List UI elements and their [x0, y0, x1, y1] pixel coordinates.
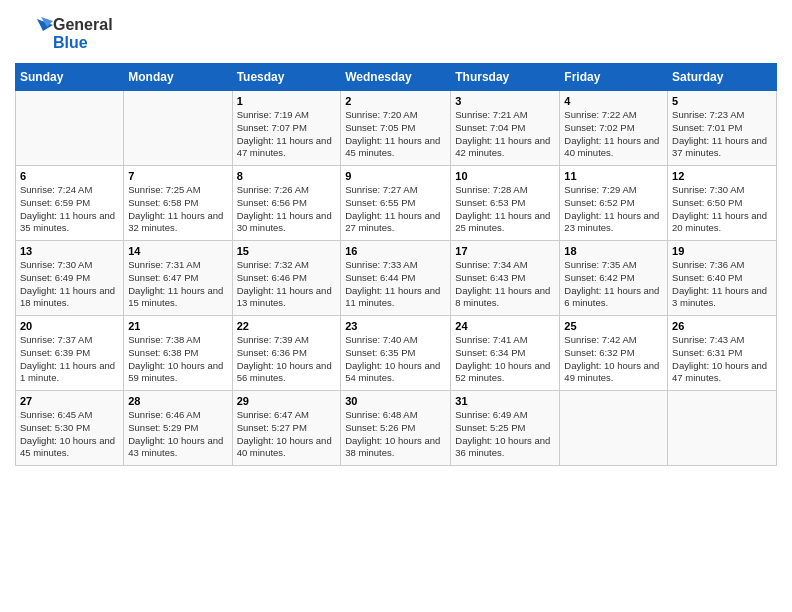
calendar-cell: 29Sunrise: 6:47 AM Sunset: 5:27 PM Dayli…	[232, 391, 341, 466]
calendar-cell: 4Sunrise: 7:22 AM Sunset: 7:02 PM Daylig…	[560, 91, 668, 166]
day-info: Sunrise: 7:20 AM Sunset: 7:05 PM Dayligh…	[345, 109, 446, 160]
day-info: Sunrise: 7:27 AM Sunset: 6:55 PM Dayligh…	[345, 184, 446, 235]
week-row-3: 13Sunrise: 7:30 AM Sunset: 6:49 PM Dayli…	[16, 241, 777, 316]
week-row-1: 1Sunrise: 7:19 AM Sunset: 7:07 PM Daylig…	[16, 91, 777, 166]
day-info: Sunrise: 7:26 AM Sunset: 6:56 PM Dayligh…	[237, 184, 337, 235]
calendar-cell: 5Sunrise: 7:23 AM Sunset: 7:01 PM Daylig…	[668, 91, 777, 166]
week-row-2: 6Sunrise: 7:24 AM Sunset: 6:59 PM Daylig…	[16, 166, 777, 241]
day-info: Sunrise: 7:28 AM Sunset: 6:53 PM Dayligh…	[455, 184, 555, 235]
logo: General Blue	[15, 15, 113, 53]
day-info: Sunrise: 7:37 AM Sunset: 6:39 PM Dayligh…	[20, 334, 119, 385]
day-info: Sunrise: 7:43 AM Sunset: 6:31 PM Dayligh…	[672, 334, 772, 385]
day-number: 13	[20, 245, 119, 257]
day-info: Sunrise: 7:23 AM Sunset: 7:01 PM Dayligh…	[672, 109, 772, 160]
day-info: Sunrise: 7:22 AM Sunset: 7:02 PM Dayligh…	[564, 109, 663, 160]
day-number: 15	[237, 245, 337, 257]
page-header: General Blue	[15, 15, 777, 53]
calendar-cell: 1Sunrise: 7:19 AM Sunset: 7:07 PM Daylig…	[232, 91, 341, 166]
day-info: Sunrise: 7:24 AM Sunset: 6:59 PM Dayligh…	[20, 184, 119, 235]
day-info: Sunrise: 6:47 AM Sunset: 5:27 PM Dayligh…	[237, 409, 337, 460]
calendar-cell: 22Sunrise: 7:39 AM Sunset: 6:36 PM Dayli…	[232, 316, 341, 391]
day-info: Sunrise: 7:21 AM Sunset: 7:04 PM Dayligh…	[455, 109, 555, 160]
calendar-cell: 3Sunrise: 7:21 AM Sunset: 7:04 PM Daylig…	[451, 91, 560, 166]
day-number: 3	[455, 95, 555, 107]
day-header-saturday: Saturday	[668, 64, 777, 91]
calendar-cell: 26Sunrise: 7:43 AM Sunset: 6:31 PM Dayli…	[668, 316, 777, 391]
calendar-cell: 15Sunrise: 7:32 AM Sunset: 6:46 PM Dayli…	[232, 241, 341, 316]
calendar-cell: 13Sunrise: 7:30 AM Sunset: 6:49 PM Dayli…	[16, 241, 124, 316]
day-number: 4	[564, 95, 663, 107]
day-number: 30	[345, 395, 446, 407]
day-info: Sunrise: 7:29 AM Sunset: 6:52 PM Dayligh…	[564, 184, 663, 235]
calendar-cell: 16Sunrise: 7:33 AM Sunset: 6:44 PM Dayli…	[341, 241, 451, 316]
day-number: 29	[237, 395, 337, 407]
calendar-body: 1Sunrise: 7:19 AM Sunset: 7:07 PM Daylig…	[16, 91, 777, 466]
day-number: 23	[345, 320, 446, 332]
day-info: Sunrise: 6:46 AM Sunset: 5:29 PM Dayligh…	[128, 409, 227, 460]
calendar-cell: 23Sunrise: 7:40 AM Sunset: 6:35 PM Dayli…	[341, 316, 451, 391]
day-number: 20	[20, 320, 119, 332]
calendar-cell: 9Sunrise: 7:27 AM Sunset: 6:55 PM Daylig…	[341, 166, 451, 241]
calendar-cell: 2Sunrise: 7:20 AM Sunset: 7:05 PM Daylig…	[341, 91, 451, 166]
calendar-cell: 17Sunrise: 7:34 AM Sunset: 6:43 PM Dayli…	[451, 241, 560, 316]
day-info: Sunrise: 7:34 AM Sunset: 6:43 PM Dayligh…	[455, 259, 555, 310]
day-number: 6	[20, 170, 119, 182]
logo-bird-icon	[15, 15, 53, 53]
week-row-5: 27Sunrise: 6:45 AM Sunset: 5:30 PM Dayli…	[16, 391, 777, 466]
day-header-friday: Friday	[560, 64, 668, 91]
calendar-cell: 30Sunrise: 6:48 AM Sunset: 5:26 PM Dayli…	[341, 391, 451, 466]
day-info: Sunrise: 7:38 AM Sunset: 6:38 PM Dayligh…	[128, 334, 227, 385]
calendar-cell: 19Sunrise: 7:36 AM Sunset: 6:40 PM Dayli…	[668, 241, 777, 316]
day-info: Sunrise: 7:40 AM Sunset: 6:35 PM Dayligh…	[345, 334, 446, 385]
calendar-cell: 28Sunrise: 6:46 AM Sunset: 5:29 PM Dayli…	[124, 391, 232, 466]
day-header-sunday: Sunday	[16, 64, 124, 91]
day-info: Sunrise: 7:33 AM Sunset: 6:44 PM Dayligh…	[345, 259, 446, 310]
day-info: Sunrise: 7:36 AM Sunset: 6:40 PM Dayligh…	[672, 259, 772, 310]
header-row: SundayMondayTuesdayWednesdayThursdayFrid…	[16, 64, 777, 91]
day-info: Sunrise: 7:30 AM Sunset: 6:50 PM Dayligh…	[672, 184, 772, 235]
calendar-cell: 25Sunrise: 7:42 AM Sunset: 6:32 PM Dayli…	[560, 316, 668, 391]
day-info: Sunrise: 7:39 AM Sunset: 6:36 PM Dayligh…	[237, 334, 337, 385]
calendar-cell: 8Sunrise: 7:26 AM Sunset: 6:56 PM Daylig…	[232, 166, 341, 241]
day-number: 27	[20, 395, 119, 407]
logo-wordmark: General Blue	[15, 15, 113, 53]
day-number: 8	[237, 170, 337, 182]
calendar-cell: 14Sunrise: 7:31 AM Sunset: 6:47 PM Dayli…	[124, 241, 232, 316]
calendar-cell: 27Sunrise: 6:45 AM Sunset: 5:30 PM Dayli…	[16, 391, 124, 466]
day-header-wednesday: Wednesday	[341, 64, 451, 91]
day-number: 14	[128, 245, 227, 257]
day-info: Sunrise: 6:48 AM Sunset: 5:26 PM Dayligh…	[345, 409, 446, 460]
calendar-cell: 10Sunrise: 7:28 AM Sunset: 6:53 PM Dayli…	[451, 166, 560, 241]
day-number: 21	[128, 320, 227, 332]
day-info: Sunrise: 7:35 AM Sunset: 6:42 PM Dayligh…	[564, 259, 663, 310]
day-number: 25	[564, 320, 663, 332]
calendar-cell: 12Sunrise: 7:30 AM Sunset: 6:50 PM Dayli…	[668, 166, 777, 241]
day-info: Sunrise: 7:30 AM Sunset: 6:49 PM Dayligh…	[20, 259, 119, 310]
day-number: 12	[672, 170, 772, 182]
day-info: Sunrise: 6:45 AM Sunset: 5:30 PM Dayligh…	[20, 409, 119, 460]
day-number: 7	[128, 170, 227, 182]
day-info: Sunrise: 7:41 AM Sunset: 6:34 PM Dayligh…	[455, 334, 555, 385]
calendar-cell: 24Sunrise: 7:41 AM Sunset: 6:34 PM Dayli…	[451, 316, 560, 391]
day-header-monday: Monday	[124, 64, 232, 91]
day-number: 1	[237, 95, 337, 107]
calendar-cell: 7Sunrise: 7:25 AM Sunset: 6:58 PM Daylig…	[124, 166, 232, 241]
day-number: 16	[345, 245, 446, 257]
calendar-table: SundayMondayTuesdayWednesdayThursdayFrid…	[15, 63, 777, 466]
calendar-cell	[668, 391, 777, 466]
day-number: 18	[564, 245, 663, 257]
calendar-cell: 31Sunrise: 6:49 AM Sunset: 5:25 PM Dayli…	[451, 391, 560, 466]
day-header-thursday: Thursday	[451, 64, 560, 91]
day-number: 10	[455, 170, 555, 182]
day-number: 22	[237, 320, 337, 332]
calendar-cell: 11Sunrise: 7:29 AM Sunset: 6:52 PM Dayli…	[560, 166, 668, 241]
calendar-cell: 18Sunrise: 7:35 AM Sunset: 6:42 PM Dayli…	[560, 241, 668, 316]
day-info: Sunrise: 7:25 AM Sunset: 6:58 PM Dayligh…	[128, 184, 227, 235]
day-number: 31	[455, 395, 555, 407]
day-number: 5	[672, 95, 772, 107]
logo-text: General Blue	[53, 16, 113, 51]
logo-blue: Blue	[53, 34, 113, 52]
calendar-cell	[16, 91, 124, 166]
day-number: 24	[455, 320, 555, 332]
day-info: Sunrise: 7:31 AM Sunset: 6:47 PM Dayligh…	[128, 259, 227, 310]
